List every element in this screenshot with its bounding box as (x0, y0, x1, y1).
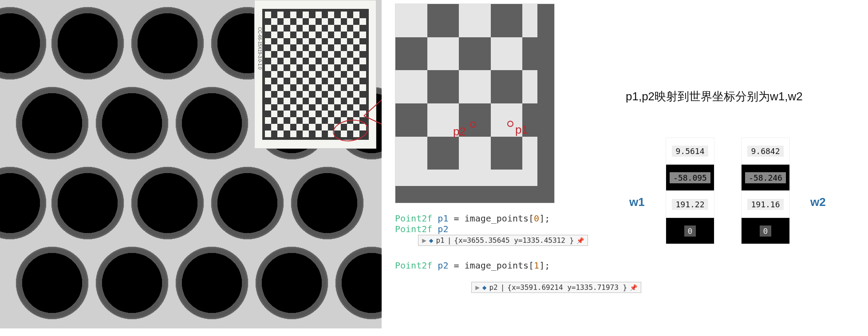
vector-label-w2: w2 (810, 195, 826, 209)
vector-w2: 9.6842 -58.246 191.16 0 (737, 138, 794, 244)
point-label-p1: p1 (515, 123, 528, 137)
vector-label-w1: w1 (629, 195, 645, 209)
tooltip-varname: p1 (436, 236, 444, 245)
expand-icon[interactable]: ▶ (475, 283, 480, 292)
pin-icon[interactable]: 📌 (630, 284, 637, 291)
vector-cell: 0 (741, 217, 790, 244)
pin-icon[interactable]: 📌 (576, 237, 584, 244)
tooltip-varname: p2 (489, 283, 497, 292)
vector-cell: 9.6842 (741, 138, 790, 164)
code-snippet: Point2f p1 = image_points[0]; Point2f p2… (395, 213, 641, 304)
point-marker-p2 (470, 122, 476, 128)
object-icon: ◆ (482, 283, 487, 292)
tooltip-value: {x=3591.69214 y=1335.71973 } (507, 283, 627, 292)
vector-cell: -58.095 (666, 164, 714, 191)
vector-cell: -58.246 (741, 164, 790, 191)
zoom-crop: p1 p2 (395, 4, 555, 203)
tooltip-value: {x=3655.35645 y=1335.45312 } (454, 236, 574, 245)
card-serial: CC-66-15X19-3.0-1.0 (257, 27, 262, 70)
debug-tooltip-p2[interactable]: ▶ ◆ p2 | {x=3591.69214 y=1335.71973 } 📌 (471, 282, 641, 293)
checker-border (537, 4, 554, 203)
vector-cell: 9.5614 (666, 138, 714, 164)
code-line: Point2f p1 = image_points[0]; (395, 213, 641, 224)
mapping-caption: p1,p2映射到世界坐标分别为w1,w2 (626, 89, 861, 104)
code-line: Point2f p2 = image_points[1]; (395, 260, 641, 271)
vector-cell: 191.16 (741, 191, 790, 217)
vector-cell: 0 (666, 217, 714, 244)
code-line: ▶ ◆ p2 | {x=3591.69214 y=1335.71973 } 📌 (395, 271, 641, 304)
vector-cell: 191.22 (666, 191, 714, 217)
source-photo: CC-66-15X19-3.0-1.0 (0, 0, 382, 328)
point-marker-p1 (507, 121, 513, 127)
point-label-p2: p2 (453, 125, 466, 138)
code-line: Point2f p2 ▶ ◆ p1 | {x=3655.35645 y=1335… (395, 224, 641, 257)
expand-icon[interactable]: ▶ (422, 236, 426, 245)
debug-tooltip-p1[interactable]: ▶ ◆ p1 | {x=3655.35645 y=1335.45312 } 📌 (418, 235, 588, 246)
vector-w1: 9.5614 -58.095 191.22 0 (661, 138, 719, 244)
object-icon: ◆ (429, 236, 434, 245)
checkerboard-zoom (395, 4, 554, 203)
checker-border (395, 186, 554, 203)
